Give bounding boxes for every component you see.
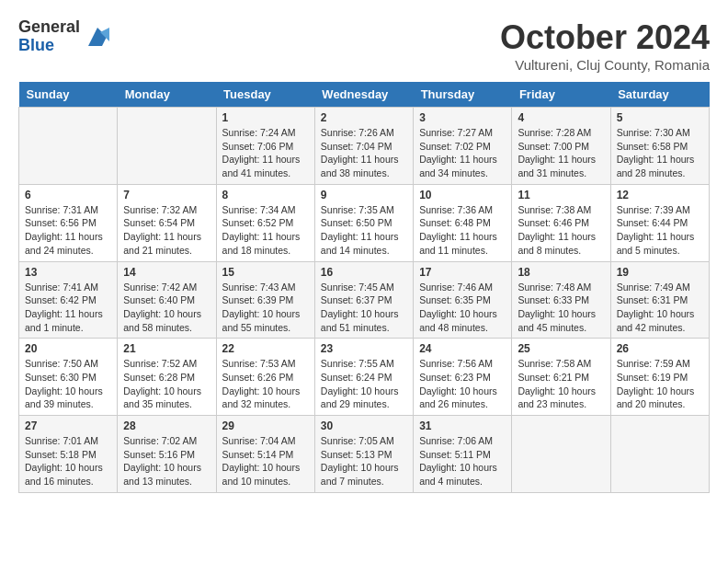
calendar-cell: 18Sunrise: 7:48 AMSunset: 6:33 PMDayligh…	[512, 261, 610, 339]
calendar-cell: 28Sunrise: 7:02 AMSunset: 5:16 PMDayligh…	[118, 416, 216, 493]
calendar-cell: 21Sunrise: 7:52 AMSunset: 6:28 PMDayligh…	[118, 339, 216, 416]
day-number: 6	[25, 189, 111, 201]
month-title: October 2024	[500, 18, 710, 57]
day-info: Sunrise: 7:53 AMSunset: 6:26 PMDaylight:…	[222, 357, 309, 411]
weekday-header: Saturday	[610, 82, 709, 108]
calendar-body: 1Sunrise: 7:24 AMSunset: 7:06 PMDaylight…	[19, 108, 710, 493]
day-number: 18	[518, 266, 604, 279]
calendar-cell: 24Sunrise: 7:56 AMSunset: 6:23 PMDayligh…	[414, 339, 512, 416]
calendar-week-row: 27Sunrise: 7:01 AMSunset: 5:18 PMDayligh…	[19, 416, 710, 493]
weekday-header-row: SundayMondayTuesdayWednesdayThursdayFrid…	[19, 82, 710, 108]
calendar-cell: 10Sunrise: 7:36 AMSunset: 6:48 PMDayligh…	[414, 184, 512, 261]
calendar-cell	[19, 108, 118, 185]
logo-icon	[84, 23, 111, 51]
weekday-header: Tuesday	[216, 82, 314, 108]
day-info: Sunrise: 7:28 AMSunset: 7:00 PMDaylight:…	[518, 126, 604, 180]
calendar-cell: 22Sunrise: 7:53 AMSunset: 6:26 PMDayligh…	[216, 339, 314, 416]
day-info: Sunrise: 7:26 AMSunset: 7:04 PMDaylight:…	[321, 126, 407, 180]
day-number: 25	[518, 342, 604, 355]
day-number: 16	[321, 266, 407, 279]
calendar-cell: 17Sunrise: 7:46 AMSunset: 6:35 PMDayligh…	[414, 261, 512, 339]
day-info: Sunrise: 7:35 AMSunset: 6:50 PMDaylight:…	[321, 203, 407, 258]
calendar-cell: 31Sunrise: 7:06 AMSunset: 5:11 PMDayligh…	[414, 416, 512, 493]
day-info: Sunrise: 7:52 AMSunset: 6:28 PMDaylight:…	[123, 357, 210, 411]
day-info: Sunrise: 7:06 AMSunset: 5:11 PMDaylight:…	[419, 434, 506, 488]
day-info: Sunrise: 7:43 AMSunset: 6:39 PMDaylight:…	[222, 281, 309, 335]
day-info: Sunrise: 7:04 AMSunset: 5:14 PMDaylight:…	[222, 434, 309, 488]
day-number: 26	[617, 342, 703, 355]
day-number: 9	[321, 189, 407, 201]
day-number: 12	[617, 189, 703, 201]
day-info: Sunrise: 7:48 AMSunset: 6:33 PMDaylight:…	[518, 281, 604, 335]
location-subtitle: Vultureni, Cluj County, Romania	[500, 57, 710, 73]
day-info: Sunrise: 7:56 AMSunset: 6:23 PMDaylight:…	[419, 357, 506, 411]
day-info: Sunrise: 7:32 AMSunset: 6:54 PMDaylight:…	[123, 203, 210, 258]
day-info: Sunrise: 7:46 AMSunset: 6:35 PMDaylight:…	[419, 281, 506, 335]
calendar-week-row: 6Sunrise: 7:31 AMSunset: 6:56 PMDaylight…	[19, 184, 710, 261]
day-info: Sunrise: 7:55 AMSunset: 6:24 PMDaylight:…	[321, 357, 407, 411]
calendar-cell: 26Sunrise: 7:59 AMSunset: 6:19 PMDayligh…	[610, 339, 709, 416]
day-info: Sunrise: 7:01 AMSunset: 5:18 PMDaylight:…	[25, 434, 111, 488]
day-number: 10	[419, 189, 506, 201]
day-number: 15	[222, 266, 309, 279]
calendar-cell: 4Sunrise: 7:28 AMSunset: 7:00 PMDaylight…	[512, 108, 610, 185]
calendar-cell: 1Sunrise: 7:24 AMSunset: 7:06 PMDaylight…	[216, 108, 314, 185]
day-info: Sunrise: 7:50 AMSunset: 6:30 PMDaylight:…	[25, 357, 111, 411]
calendar-cell	[118, 108, 216, 185]
day-number: 28	[123, 419, 210, 432]
weekday-header: Wednesday	[314, 82, 413, 108]
calendar-cell: 13Sunrise: 7:41 AMSunset: 6:42 PMDayligh…	[19, 261, 118, 339]
calendar-week-row: 1Sunrise: 7:24 AMSunset: 7:06 PMDaylight…	[19, 108, 710, 185]
calendar-header: SundayMondayTuesdayWednesdayThursdayFrid…	[19, 82, 710, 108]
page-header: General Blue October 2024 Vultureni, Clu…	[18, 18, 710, 73]
day-info: Sunrise: 7:05 AMSunset: 5:13 PMDaylight:…	[321, 434, 407, 488]
calendar-cell: 5Sunrise: 7:30 AMSunset: 6:58 PMDaylight…	[610, 108, 709, 185]
calendar-cell: 8Sunrise: 7:34 AMSunset: 6:52 PMDaylight…	[216, 184, 314, 261]
day-number: 5	[617, 111, 703, 124]
day-number: 22	[222, 342, 309, 355]
day-info: Sunrise: 7:36 AMSunset: 6:48 PMDaylight:…	[419, 203, 506, 258]
day-number: 29	[222, 419, 309, 432]
day-info: Sunrise: 7:38 AMSunset: 6:46 PMDaylight:…	[518, 203, 604, 258]
day-number: 13	[25, 266, 111, 279]
calendar-cell	[512, 416, 610, 493]
day-info: Sunrise: 7:49 AMSunset: 6:31 PMDaylight:…	[617, 281, 703, 335]
calendar-cell: 16Sunrise: 7:45 AMSunset: 6:37 PMDayligh…	[314, 261, 413, 339]
day-number: 21	[123, 342, 210, 355]
day-number: 17	[419, 266, 506, 279]
calendar-cell: 6Sunrise: 7:31 AMSunset: 6:56 PMDaylight…	[19, 184, 118, 261]
day-info: Sunrise: 7:42 AMSunset: 6:40 PMDaylight:…	[123, 281, 210, 335]
logo-general-text: General	[18, 18, 80, 37]
day-info: Sunrise: 7:45 AMSunset: 6:37 PMDaylight:…	[321, 281, 407, 335]
calendar-cell: 14Sunrise: 7:42 AMSunset: 6:40 PMDayligh…	[118, 261, 216, 339]
logo-blue-text: Blue	[18, 37, 80, 55]
calendar-cell: 15Sunrise: 7:43 AMSunset: 6:39 PMDayligh…	[216, 261, 314, 339]
calendar-cell: 2Sunrise: 7:26 AMSunset: 7:04 PMDaylight…	[314, 108, 413, 185]
calendar-week-row: 20Sunrise: 7:50 AMSunset: 6:30 PMDayligh…	[19, 339, 710, 416]
day-number: 11	[518, 189, 604, 201]
calendar-cell: 29Sunrise: 7:04 AMSunset: 5:14 PMDayligh…	[216, 416, 314, 493]
weekday-header: Thursday	[414, 82, 512, 108]
calendar-cell: 20Sunrise: 7:50 AMSunset: 6:30 PMDayligh…	[19, 339, 118, 416]
calendar-week-row: 13Sunrise: 7:41 AMSunset: 6:42 PMDayligh…	[19, 261, 710, 339]
calendar-cell	[610, 416, 709, 493]
calendar-cell: 19Sunrise: 7:49 AMSunset: 6:31 PMDayligh…	[610, 261, 709, 339]
day-number: 27	[25, 419, 111, 432]
day-info: Sunrise: 7:31 AMSunset: 6:56 PMDaylight:…	[25, 203, 111, 258]
day-info: Sunrise: 7:34 AMSunset: 6:52 PMDaylight:…	[222, 203, 309, 258]
calendar-cell: 9Sunrise: 7:35 AMSunset: 6:50 PMDaylight…	[314, 184, 413, 261]
day-number: 24	[419, 342, 506, 355]
day-number: 3	[419, 111, 506, 124]
calendar-table: SundayMondayTuesdayWednesdayThursdayFrid…	[18, 82, 710, 493]
day-number: 8	[222, 189, 309, 201]
calendar-cell: 30Sunrise: 7:05 AMSunset: 5:13 PMDayligh…	[314, 416, 413, 493]
calendar-cell: 27Sunrise: 7:01 AMSunset: 5:18 PMDayligh…	[19, 416, 118, 493]
calendar-cell: 23Sunrise: 7:55 AMSunset: 6:24 PMDayligh…	[314, 339, 413, 416]
weekday-header: Sunday	[19, 82, 118, 108]
calendar-cell: 12Sunrise: 7:39 AMSunset: 6:44 PMDayligh…	[610, 184, 709, 261]
day-number: 19	[617, 266, 703, 279]
day-number: 2	[321, 111, 407, 124]
day-info: Sunrise: 7:30 AMSunset: 6:58 PMDaylight:…	[617, 126, 703, 180]
day-number: 31	[419, 419, 506, 432]
calendar-cell: 25Sunrise: 7:58 AMSunset: 6:21 PMDayligh…	[512, 339, 610, 416]
